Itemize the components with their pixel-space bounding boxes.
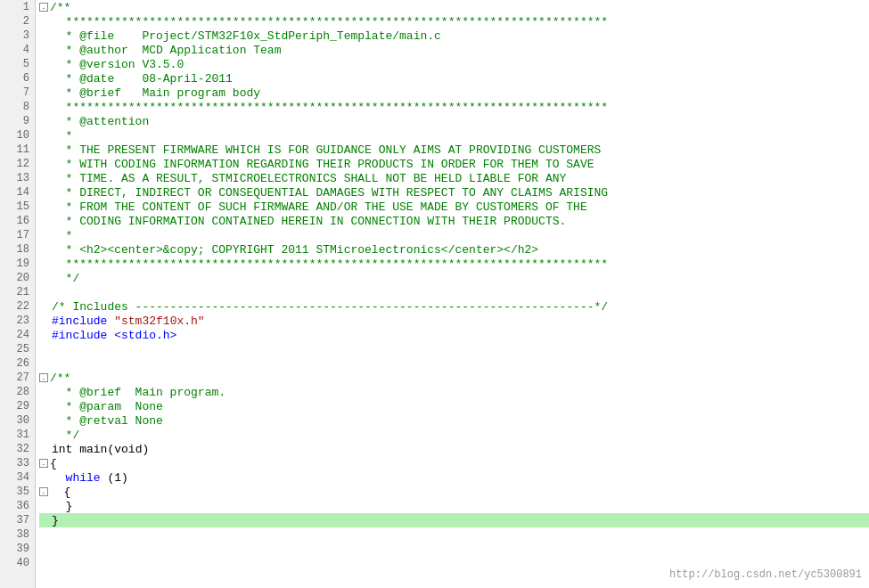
watermark: http://blog.csdn.net/yc5300891 (669, 568, 862, 581)
code-line: */ (39, 271, 869, 285)
code-line: * @file Project/STM32F10x_StdPeriph_Temp… (39, 29, 869, 43)
line-number: 3 (0, 29, 35, 43)
code-line: ****************************************… (39, 257, 869, 271)
line-number: 2 (0, 14, 35, 29)
code-line: #include <stdio.h> (39, 328, 869, 342)
code-token: ****************************************… (52, 257, 608, 271)
code-line: * CODING INFORMATION CONTAINED HEREIN IN… (39, 214, 869, 228)
line-number: 11 (0, 143, 35, 157)
line-number: 21 (0, 285, 35, 299)
code-token: * WITH CODING INFORMATION REGARDING THEI… (52, 158, 594, 171)
code-line: * @date 08-April-2011 (39, 71, 869, 86)
code-token: * @retval None (52, 414, 163, 428)
code-line: } (39, 513, 869, 527)
code-line: * @attention (39, 114, 869, 128)
code-line: /* Includes ----------------------------… (39, 299, 869, 314)
line-number: 28 (0, 385, 35, 399)
line-number: 26 (0, 356, 35, 371)
line-number: 16 (0, 214, 35, 228)
line-number: 39 (0, 542, 35, 556)
code-token: * @version V3.5.0 (52, 58, 184, 71)
code-line: * @brief Main program body (39, 86, 869, 100)
line-number: 5 (0, 57, 35, 71)
line-number: 30 (0, 413, 35, 428)
code-line (39, 542, 869, 556)
line-number: 19 (0, 257, 35, 271)
line-number: 15 (0, 200, 35, 214)
code-line: * WITH CODING INFORMATION REGARDING THEI… (39, 157, 869, 171)
code-token: { (50, 486, 70, 499)
code-line: * @param None (39, 399, 869, 413)
code-token: } (52, 500, 72, 513)
line-number: 27 (0, 371, 35, 385)
code-token: ****************************************… (52, 15, 608, 29)
code-token: #include (52, 314, 114, 328)
code-line: * @brief Main program. (39, 385, 869, 399)
code-line: * @version V3.5.0 (39, 57, 869, 71)
code-line: * (39, 128, 869, 143)
editor-container: 1234567891011121314151617181920212223242… (0, 0, 869, 588)
code-token: /** (50, 1, 70, 14)
line-number: 9 (0, 114, 35, 128)
code-token: * TIME. AS A RESULT, STMICROELECTRONICS … (52, 172, 566, 185)
fold-icon[interactable]: - (39, 3, 48, 12)
code-token: /** (50, 372, 70, 385)
line-number: 38 (0, 527, 35, 542)
fold-icon[interactable]: - (39, 373, 48, 382)
code-token: */ (52, 429, 79, 442)
code-token: * @param None (52, 400, 163, 413)
line-number: 22 (0, 299, 35, 314)
line-number: 25 (0, 342, 35, 356)
code-line: ****************************************… (39, 14, 869, 29)
code-line (39, 527, 869, 542)
code-token: * @date 08-April-2011 (52, 72, 233, 86)
line-number: 12 (0, 157, 35, 171)
code-line: * THE PRESENT FIRMWARE WHICH IS FOR GUID… (39, 143, 869, 157)
code-token: * DIRECT, INDIRECT OR CONSEQUENTIAL DAMA… (52, 186, 608, 200)
line-number: 33 (0, 456, 35, 470)
code-line: * @author MCD Application Team (39, 43, 869, 57)
code-token: (1) (101, 471, 128, 485)
line-number: 14 (0, 185, 35, 200)
line-number: 8 (0, 100, 35, 114)
code-line: int main(void) (39, 442, 869, 456)
code-token: } (52, 514, 59, 527)
code-token: ****************************************… (52, 101, 608, 114)
code-line (39, 342, 869, 356)
code-token (52, 471, 66, 485)
code-line: * <h2><center>&copy; COPYRIGHT 2011 STMi… (39, 242, 869, 257)
code-token: main(void) (79, 443, 149, 456)
line-number: 24 (0, 328, 35, 342)
code-line: * @retval None (39, 413, 869, 428)
line-number: 7 (0, 86, 35, 100)
code-line: */ (39, 428, 869, 442)
line-number: 10 (0, 128, 35, 143)
line-number: 17 (0, 228, 35, 242)
line-number: 36 (0, 499, 35, 513)
code-line: while (1) (39, 470, 869, 485)
code-line: -/** (39, 371, 869, 385)
code-token: */ (52, 272, 79, 285)
code-line: - { (39, 485, 869, 499)
code-area[interactable]: -/** ***********************************… (36, 0, 869, 588)
line-number: 18 (0, 242, 35, 257)
code-token: * (52, 129, 72, 143)
code-line: * (39, 228, 869, 242)
line-number: 6 (0, 71, 35, 86)
fold-icon[interactable]: - (39, 459, 48, 468)
line-number: 35 (0, 485, 35, 499)
code-line: #include "stm32f10x.h" (39, 314, 869, 328)
line-number: 29 (0, 399, 35, 413)
fold-icon[interactable]: - (39, 487, 48, 496)
code-token: * @brief Main program body (52, 86, 260, 100)
code-line: * DIRECT, INDIRECT OR CONSEQUENTIAL DAMA… (39, 185, 869, 200)
line-number: 20 (0, 271, 35, 285)
line-number: 23 (0, 314, 35, 328)
code-token: #include <stdio.h> (52, 329, 176, 342)
code-line: * FROM THE CONTENT OF SUCH FIRMWARE AND/… (39, 200, 869, 214)
code-token: /* Includes ----------------------------… (52, 300, 608, 314)
line-number: 34 (0, 470, 35, 485)
code-token: * @file Project/STM32F10x_StdPeriph_Temp… (52, 29, 441, 43)
code-line: -{ (39, 456, 869, 470)
line-number: 37 (0, 513, 35, 527)
